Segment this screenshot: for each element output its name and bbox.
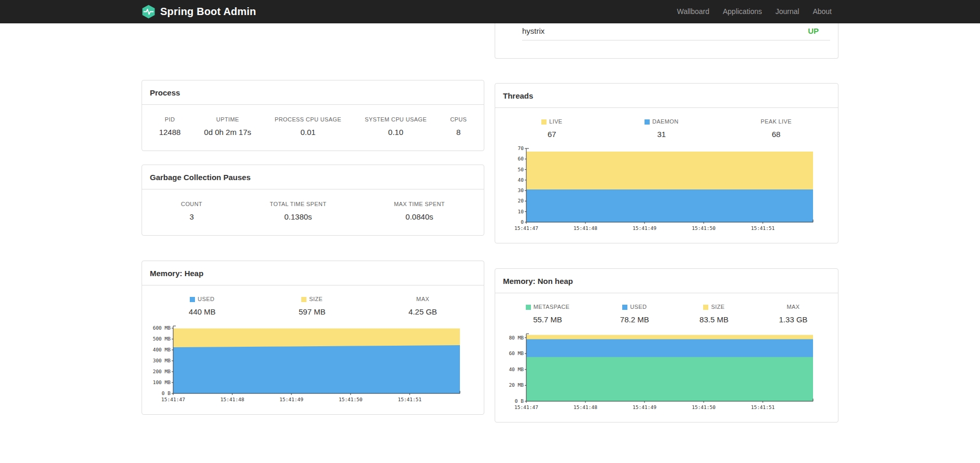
svg-text:60: 60 [518,156,524,161]
legend-metaspace: METASPACE 55.7 MB [526,304,570,324]
memory-nonheap-panel: Memory: Non heap METASPACE 55.7 MB USED … [495,268,838,423]
svg-text:15:41:49: 15:41:49 [633,404,656,410]
legend-nonheap-max: MAX 1.33 GB [779,304,807,324]
svg-text:300 MB: 300 MB [153,358,171,363]
svg-text:15:41:48: 15:41:48 [220,397,244,402]
svg-text:50: 50 [518,167,524,172]
svg-text:0 B: 0 B [515,398,524,404]
threads-panel-title: Threads [495,84,838,108]
legend-daemon: DAEMON 31 [645,118,679,139]
live-swatch [541,119,547,125]
spring-boot-admin-logo-icon [142,5,156,19]
svg-text:15:41:48: 15:41:48 [573,225,597,231]
status-up-badge: UP [808,26,830,35]
svg-text:15:41:49: 15:41:49 [279,397,303,402]
main-content: Process PID 12488 UPTIME 0d 0h 2m 17s PR… [142,23,838,423]
svg-text:15:41:51: 15:41:51 [398,397,422,402]
metric-cpus: CPUS 8 [450,116,467,137]
svg-text:600 MB: 600 MB [153,325,171,331]
process-metrics: PID 12488 UPTIME 0d 0h 2m 17s PROCESS CP… [142,105,484,151]
left-column: Process PID 12488 UPTIME 0d 0h 2m 17s PR… [142,80,484,415]
process-panel: Process PID 12488 UPTIME 0d 0h 2m 17s PR… [142,80,484,151]
memory-heap-panel: Memory: Heap USED 440 MB SIZE 597 MB MAX… [142,261,484,415]
svg-text:30: 30 [518,187,524,193]
svg-text:15:41:50: 15:41:50 [692,404,716,410]
svg-text:15:41:50: 15:41:50 [339,397,362,402]
svg-text:400 MB: 400 MB [153,347,171,352]
metric-process-cpu-usage: PROCESS CPU USAGE 0.01 [275,116,341,137]
metric-gc-count: COUNT 3 [181,201,202,222]
svg-text:20: 20 [518,198,524,203]
process-panel-title: Process [142,80,484,105]
navbar-inner: Spring Boot Admin Wallboard Applications… [142,0,838,23]
svg-text:10: 10 [518,209,524,214]
threads-chart: 01020304050607015:41:4715:41:4815:41:491… [499,145,818,235]
application-row-hystrix[interactable]: hystrix UP [522,23,830,40]
memory-nonheap-chart: 0 B20 MB40 MB60 MB80 MB15:41:4715:41:481… [499,331,818,414]
gc-panel: Garbage Collection Pauses COUNT 3 TOTAL … [142,165,484,236]
svg-text:15:41:47: 15:41:47 [161,397,185,402]
metric-pid: PID 12488 [159,116,181,137]
size-swatch [703,305,708,310]
gc-metrics: COUNT 3 TOTAL TIME SPENT 0.1380s MAX TIM… [142,189,484,235]
applications-status-panel: hystrix UP [495,23,838,59]
brand-title: Spring Boot Admin [160,6,256,18]
threads-legend: LIVE 67 DAEMON 31 PEAK LIVE 68 [495,108,838,144]
legend-peak-live: PEAK LIVE 68 [761,118,792,139]
svg-text:15:41:51: 15:41:51 [751,225,775,231]
legend-heap-max: MAX 4.25 GB [409,296,437,317]
svg-text:0 B: 0 B [162,390,171,396]
memory-heap-chart: 0 B100 MB200 MB300 MB400 MB500 MB600 MB1… [146,323,465,406]
right-column: hystrix UP Threads LIVE 67 DAEMON 31 PEA… [495,23,838,423]
svg-text:200 MB: 200 MB [153,369,171,374]
svg-text:15:41:47: 15:41:47 [514,404,538,410]
top-navbar: Spring Boot Admin Wallboard Applications… [0,0,980,23]
svg-text:15:41:50: 15:41:50 [692,225,716,231]
memory-nonheap-panel-title: Memory: Non heap [495,269,838,293]
svg-text:70: 70 [518,145,524,151]
nav-link-about[interactable]: About [806,0,838,23]
svg-text:15:41:48: 15:41:48 [573,404,597,410]
threads-panel: Threads LIVE 67 DAEMON 31 PEAK LIVE 68 0… [495,83,838,243]
application-name[interactable]: hystrix [522,26,544,35]
legend-nonheap-used: USED 78.2 MB [620,304,649,324]
metric-system-cpu-usage: SYSTEM CPU USAGE 0.10 [365,116,426,137]
metric-gc-max-time: MAX TIME SPENT 0.0840s [394,201,445,222]
metaspace-swatch [526,305,531,310]
threads-chart-wrap: 01020304050607015:41:4715:41:4815:41:491… [495,144,838,243]
nav-link-journal[interactable]: Journal [768,0,806,23]
metric-gc-total-time: TOTAL TIME SPENT 0.1380s [270,201,326,222]
svg-text:20 MB: 20 MB [509,382,524,388]
svg-text:40 MB: 40 MB [509,366,524,372]
legend-live: LIVE 67 [541,118,562,139]
used-swatch [190,297,195,302]
navbar-links: Wallboard Applications Journal About [670,0,838,23]
memory-heap-legend: USED 440 MB SIZE 597 MB MAX 4.25 GB [142,285,484,322]
daemon-swatch [645,119,650,125]
metric-uptime: UPTIME 0d 0h 2m 17s [204,116,251,137]
memory-heap-panel-title: Memory: Heap [142,261,484,285]
svg-text:100 MB: 100 MB [153,379,171,385]
memory-nonheap-chart-wrap: 0 B20 MB40 MB60 MB80 MB15:41:4715:41:481… [495,330,838,422]
svg-text:500 MB: 500 MB [153,336,171,342]
gc-panel-title: Garbage Collection Pauses [142,165,484,189]
legend-nonheap-size: SIZE 83.5 MB [699,304,729,324]
brand-link[interactable]: Spring Boot Admin [142,5,256,19]
svg-text:15:41:47: 15:41:47 [514,225,538,231]
memory-heap-chart-wrap: 0 B100 MB200 MB300 MB400 MB500 MB600 MB1… [142,322,484,414]
nav-link-wallboard[interactable]: Wallboard [670,0,716,23]
legend-heap-used: USED 440 MB [189,296,216,317]
svg-text:15:41:51: 15:41:51 [751,404,775,410]
nav-link-applications[interactable]: Applications [716,0,769,23]
svg-text:0: 0 [521,219,524,225]
memory-nonheap-legend: METASPACE 55.7 MB USED 78.2 MB SIZE 83.5… [495,293,838,330]
legend-heap-size: SIZE 597 MB [299,296,326,317]
svg-text:80 MB: 80 MB [509,335,524,341]
svg-text:60 MB: 60 MB [509,350,524,356]
svg-text:40: 40 [518,177,524,183]
svg-text:15:41:49: 15:41:49 [633,225,656,231]
used-swatch [622,305,627,310]
size-swatch [301,297,306,302]
